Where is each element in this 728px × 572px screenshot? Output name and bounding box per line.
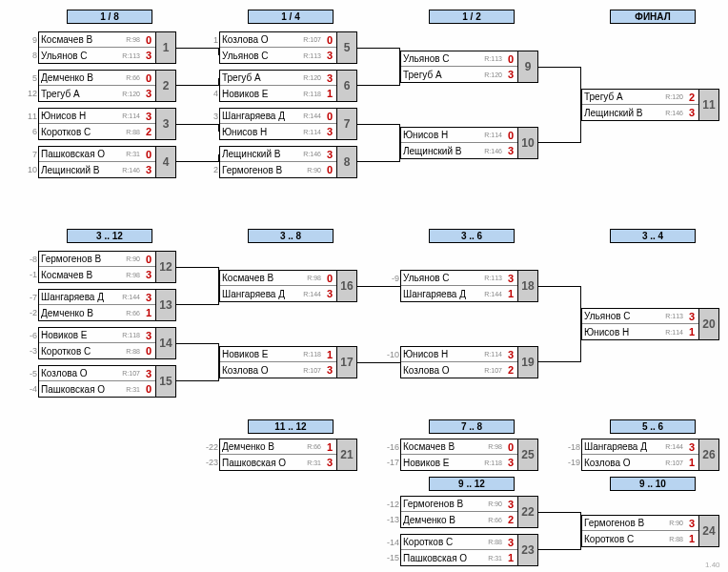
match-4: 7Пашковская ОR:310 10Лещинский ВR:1463 4 xyxy=(38,146,176,178)
round-final: ФИНАЛ xyxy=(610,10,696,24)
match-13: -7Шангаряева ДR:1443 -2Демченко ВR:661 1… xyxy=(38,289,176,321)
round-9-10: 9 .. 10 xyxy=(610,477,696,491)
match-8: Лещинский ВR:1463 2Гермогенов ВR:900 8 xyxy=(219,146,357,178)
round-3-8: 3 .. 8 xyxy=(248,229,334,243)
version-label: 1.40 xyxy=(705,561,720,569)
round-1-4: 1 / 4 xyxy=(248,10,334,24)
match-20: Ульянов СR:1133 Юнисов НR:1141 20 xyxy=(581,308,719,340)
match-24: Гермогенов ВR:903 Коротков СR:881 24 xyxy=(581,515,719,547)
round-3-12: 3 .. 12 xyxy=(67,229,152,243)
match-6: Трегуб АR:1203 4Новиков ЕR:1181 6 xyxy=(219,70,357,102)
round-3-6: 3 .. 6 xyxy=(429,229,515,243)
match-23: -14Коротков СR:883 -15Пашковская ОR:311 … xyxy=(400,534,538,566)
round-11-12: 11 .. 12 xyxy=(248,419,334,434)
match-14: -6Новиков ЕR:1183 -3Коротков СR:880 14 xyxy=(38,327,176,359)
match-7: 3Шангаряева ДR:1440 Юнисов НR:1143 7 xyxy=(219,108,357,140)
match-12: -8Гермогенов ВR:900 -1Космачев ВR:983 12 xyxy=(38,251,176,283)
bracket-canvas: 1 / 8 1 / 4 1 / 2 ФИНАЛ 3 .. 12 3 .. 8 3… xyxy=(0,0,728,572)
round-1-2: 1 / 2 xyxy=(429,10,515,24)
round-1-8: 1 / 8 xyxy=(67,10,152,24)
match-17: Новиков ЕR:1181 Козлова ОR:1073 17 xyxy=(219,346,357,378)
round-3-4: 3 .. 4 xyxy=(610,229,696,243)
match-15: -5Козлова ОR:1073 -4Пашковская ОR:310 15 xyxy=(38,365,176,398)
round-7-8: 7 .. 8 xyxy=(429,419,515,434)
match-9: Ульянов СR:1130 Трегуб АR:1203 9 xyxy=(400,51,538,83)
match-22: -12Гермогенов ВR:903 -13Демченко ВR:662 … xyxy=(400,496,538,528)
match-16: Космачев ВR:980 Шангаряева ДR:1443 16 xyxy=(219,270,357,302)
round-9-12: 9 .. 12 xyxy=(429,477,515,491)
match-25: -16Космачев ВR:980 -17Новиков ЕR:1183 25 xyxy=(400,439,538,471)
match-2: 5Демченко ВR:660 12Трегуб АR:1203 2 xyxy=(38,70,176,102)
match-21: -22Демченко ВR:661 -23Пашковская ОR:313 … xyxy=(219,439,357,471)
match-19: -10Юнисов НR:1143 Козлова ОR:1072 19 xyxy=(400,346,538,378)
match-3: 11Юнисов НR:1143 6Коротков СR:882 3 xyxy=(38,108,176,140)
match-26: -18Шангаряева ДR:1443 -19Козлова ОR:1071… xyxy=(581,439,719,471)
match-5: 1Козлова ОR:1070 Ульянов СR:1133 5 xyxy=(219,31,357,64)
match-1: 9Космачев ВR:980 8Ульянов СR:1133 1 xyxy=(38,31,176,64)
match-18: -9Ульянов СR:1133 Шангаряева ДR:1441 18 xyxy=(400,270,538,302)
match-11: Трегуб АR:1202 Лещинский ВR:1463 11 xyxy=(581,89,719,121)
round-5-6: 5 .. 6 xyxy=(610,419,696,434)
match-10: Юнисов НR:1140 Лещинский ВR:1463 10 xyxy=(400,127,538,159)
